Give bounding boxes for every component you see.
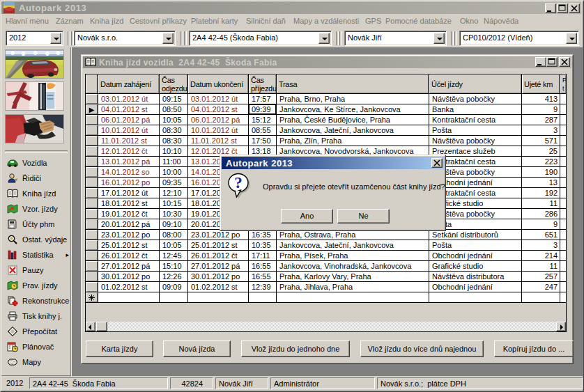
svg-text:?: ?	[234, 174, 243, 191]
